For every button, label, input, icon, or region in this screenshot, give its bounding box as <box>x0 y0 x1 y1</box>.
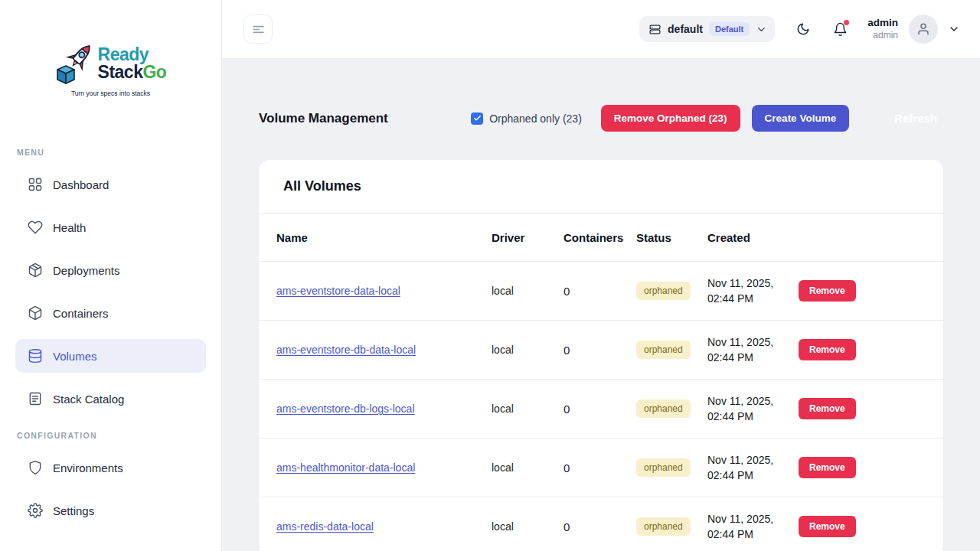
heart-icon <box>28 220 43 235</box>
rocket-cube-icon <box>55 41 95 86</box>
card-title: All Volumes <box>283 178 919 194</box>
create-volume-button[interactable]: Create Volume <box>752 105 850 132</box>
environment-default-badge: Default <box>709 22 750 36</box>
table-row: ams-eventstore-db-data-local local 0 orp… <box>259 321 943 380</box>
volume-name-link[interactable]: ams-healthmonitor-data-local <box>276 461 415 474</box>
status-badge: orphaned <box>636 517 691 536</box>
sidebar: Ready StackGo Turn your specs into stack… <box>0 0 222 551</box>
avatar[interactable] <box>909 15 938 44</box>
remove-volume-button[interactable]: Remove <box>799 457 856 478</box>
brand-tagline: Turn your specs into stacks <box>15 90 206 97</box>
volume-name-link[interactable]: ams-redis-data-local <box>276 520 374 533</box>
sidebar-item-containers[interactable]: Containers <box>15 296 206 330</box>
volume-created: Nov 11, 2025, 02:44 PM <box>707 334 799 366</box>
moon-icon <box>796 22 810 36</box>
user-role: admin <box>867 30 898 42</box>
check-icon <box>473 114 482 122</box>
volume-driver: local <box>492 461 564 474</box>
box-icon <box>28 305 43 321</box>
sidebar-item-environments[interactable]: Environments <box>15 451 206 484</box>
table-row: ams-redis-data-local local 0 orphaned No… <box>259 497 943 551</box>
volume-created: Nov 11, 2025, 02:44 PM <box>707 276 799 307</box>
volume-containers-count: 0 <box>564 344 636 357</box>
brand-logo: Ready StackGo Turn your specs into stack… <box>15 0 206 97</box>
user-info: admin admin <box>867 16 898 41</box>
sidebar-nav: MENU Dashboard Health Deployments <box>15 148 206 527</box>
table-row: ams-healthmonitor-data-local local 0 orp… <box>259 439 943 497</box>
status-badge: orphaned <box>636 341 691 359</box>
sidebar-item-stack-catalog[interactable]: Stack Catalog <box>15 382 206 416</box>
environment-name: default <box>668 23 703 35</box>
sidebar-section-label-configuration: CONFIGURATION <box>17 431 204 440</box>
remove-volume-button[interactable]: Remove <box>799 516 856 537</box>
remove-volume-button[interactable]: Remove <box>799 280 856 302</box>
table-body: ams-eventstore-data-local local 0 orphan… <box>259 262 943 551</box>
top-header: default Default admin admin <box>222 0 980 58</box>
user-name: admin <box>867 16 898 30</box>
remove-volume-button[interactable]: Remove <box>799 398 856 419</box>
main-area: default Default admin admin <box>222 0 980 551</box>
server-icon <box>648 23 662 36</box>
volume-driver: local <box>492 344 564 356</box>
volume-driver: local <box>492 403 564 415</box>
orphaned-only-filter[interactable]: Orphaned only (23) <box>471 112 582 125</box>
volume-name-link[interactable]: ams-eventstore-db-logs-local <box>276 403 415 415</box>
brand-name: Ready StackGo <box>98 46 167 81</box>
column-header-containers: Containers <box>564 231 636 244</box>
volume-containers-count: 0 <box>564 461 636 474</box>
column-header-status: Status <box>636 231 707 244</box>
page-controls: Orphaned only (23) Remove Orphaned (23) … <box>471 104 943 132</box>
status-badge: orphaned <box>636 399 691 418</box>
status-badge: orphaned <box>636 458 691 477</box>
notification-dot <box>844 20 849 25</box>
grid-icon <box>28 177 43 192</box>
refresh-button[interactable]: Refresh <box>888 104 943 132</box>
orphaned-only-label: Orphaned only (23) <box>489 112 582 125</box>
table-row: ams-eventstore-data-local local 0 orphan… <box>259 262 943 321</box>
volumes-card: All Volumes Name Driver Containers Statu… <box>259 160 943 551</box>
volume-name-link[interactable]: ams-eventstore-db-data-local <box>276 344 416 356</box>
volume-driver: local <box>492 520 564 533</box>
page-title: Volume Management <box>259 111 388 126</box>
table-row: ams-eventstore-db-logs-local local 0 orp… <box>259 380 943 439</box>
shield-icon <box>28 460 43 475</box>
hamburger-icon <box>251 22 266 37</box>
remove-volume-button[interactable]: Remove <box>799 339 856 360</box>
theme-toggle-button[interactable] <box>796 22 810 36</box>
person-icon <box>916 22 930 36</box>
database-icon <box>28 348 43 364</box>
column-header-driver: Driver <box>492 231 564 244</box>
user-menu-button[interactable] <box>948 23 960 35</box>
sidebar-section-label-menu: MENU <box>17 148 204 157</box>
sidebar-item-dashboard[interactable]: Dashboard <box>15 168 206 201</box>
status-badge: orphaned <box>636 282 691 300</box>
notifications-button[interactable] <box>833 22 848 37</box>
remove-orphaned-button[interactable]: Remove Orphaned (23) <box>601 105 740 132</box>
volume-containers-count: 0 <box>564 403 636 416</box>
volume-containers-count: 0 <box>564 285 636 298</box>
table-header-row: Name Driver Containers Status Created <box>259 214 943 262</box>
sidebar-item-settings[interactable]: Settings <box>15 494 206 527</box>
volume-name-link[interactable]: ams-eventstore-data-local <box>276 285 400 297</box>
orphaned-only-checkbox[interactable] <box>471 112 483 125</box>
volume-created: Nov 11, 2025, 02:44 PM <box>707 393 799 425</box>
column-header-created: Created <box>707 231 799 244</box>
chevron-down-icon <box>756 24 767 35</box>
chevron-down-icon <box>948 23 960 35</box>
sidebar-item-volumes[interactable]: Volumes <box>15 339 206 373</box>
volume-containers-count: 0 <box>564 520 636 533</box>
page-content: Volume Management Orphaned only (23) Rem… <box>222 58 980 551</box>
sidebar-toggle-button[interactable] <box>243 15 273 44</box>
catalog-icon <box>28 391 43 406</box>
gear-icon <box>28 503 43 518</box>
volume-created: Nov 11, 2025, 02:44 PM <box>707 511 799 543</box>
package-icon <box>28 262 43 278</box>
sidebar-item-health[interactable]: Health <box>15 210 206 244</box>
environment-selector[interactable]: default Default <box>639 16 775 42</box>
sidebar-item-deployments[interactable]: Deployments <box>15 253 206 287</box>
column-header-name: Name <box>276 231 492 244</box>
volume-created: Nov 11, 2025, 02:44 PM <box>707 452 799 484</box>
volume-driver: local <box>492 285 564 297</box>
